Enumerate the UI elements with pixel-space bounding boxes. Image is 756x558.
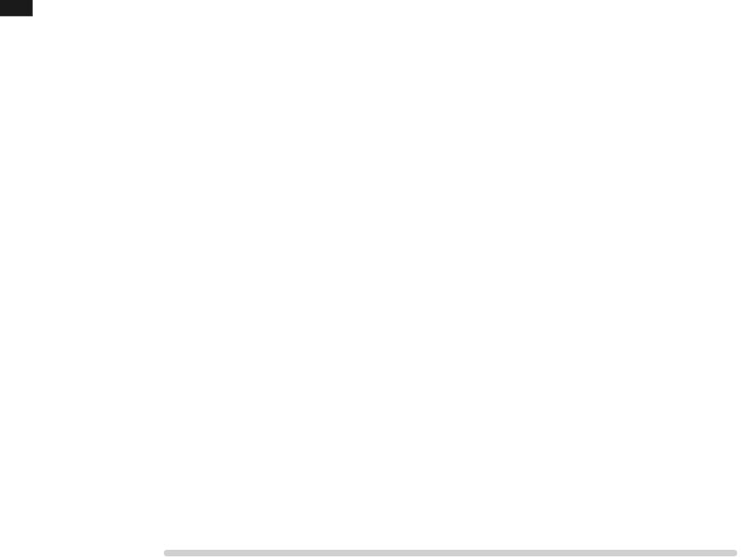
spreadsheet — [0, 0, 756, 558]
horizontal-scrollbar[interactable] — [164, 550, 737, 556]
select-all-corner[interactable] — [0, 0, 33, 16]
